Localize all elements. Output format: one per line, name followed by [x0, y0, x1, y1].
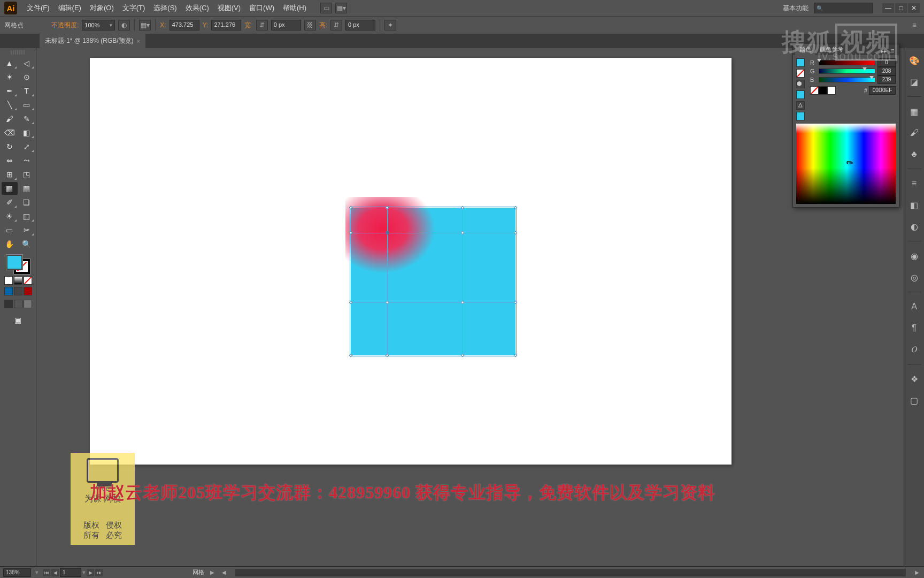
character-panel-icon[interactable]: A: [907, 300, 921, 314]
black-swatch[interactable]: [819, 86, 827, 95]
lasso-tool[interactable]: [19, 71, 35, 83]
artboard-tool[interactable]: [2, 224, 18, 237]
next-artboard-button[interactable]: ▶: [87, 569, 94, 576]
menu-text[interactable]: 文字(T): [118, 1, 150, 15]
window-minimize-button[interactable]: —: [882, 3, 894, 13]
window-maximize-button[interactable]: □: [895, 3, 907, 13]
g-slider[interactable]: [819, 69, 875, 74]
x-input[interactable]: 473.725: [170, 20, 199, 31]
b-input[interactable]: 239: [877, 75, 896, 84]
mesh-object[interactable]: [351, 208, 515, 355]
status-menu-icon[interactable]: ▶: [209, 569, 216, 576]
opacity-input[interactable]: 100%: [82, 20, 115, 31]
gradient-panel-icon[interactable]: ◧: [907, 198, 921, 212]
recolor-icon[interactable]: ◐: [118, 20, 130, 31]
direct-selection-tool[interactable]: [19, 57, 35, 70]
color-mode-solid[interactable]: [4, 276, 13, 285]
pen-tool[interactable]: [2, 85, 18, 97]
constrain-icon[interactable]: ⛓: [304, 20, 316, 31]
screen-mode-normal-icon[interactable]: [4, 300, 13, 308]
selection-tool[interactable]: [2, 57, 18, 70]
scroll-left-button[interactable]: ◀: [220, 569, 228, 576]
horizontal-scrollbar[interactable]: [235, 569, 906, 576]
tool-panel-grip[interactable]: [11, 50, 25, 55]
paintbrush-tool[interactable]: [2, 112, 18, 125]
shape-builder-tool[interactable]: [2, 168, 18, 181]
opentype-panel-icon[interactable]: 𝑂: [907, 343, 921, 356]
rotate-tool[interactable]: [2, 140, 18, 153]
arrange-docs-icon[interactable]: ▦▾: [335, 3, 347, 13]
last-color-swatch[interactable]: [796, 112, 805, 120]
column-graph-tool[interactable]: [19, 210, 35, 223]
mesh-point[interactable]: [461, 231, 464, 234]
menu-object[interactable]: 对象(O): [86, 1, 118, 15]
screen-mode-presentation-icon[interactable]: [24, 300, 32, 308]
menu-view[interactable]: 视图(V): [213, 1, 245, 15]
free-transform-tool[interactable]: [19, 154, 35, 167]
menu-help[interactable]: 帮助(H): [279, 1, 311, 15]
color-panel[interactable]: 颜色 颜色参考 ▸▸ ≡ ⬢ △ R 0 G: [792, 44, 899, 208]
width-tool[interactable]: [2, 154, 18, 167]
eyedropper-tool[interactable]: [2, 196, 18, 209]
scroll-right-button[interactable]: ▶: [913, 569, 921, 576]
screen-mode-cycle[interactable]: [10, 314, 26, 326]
transparency-panel-icon[interactable]: ◐: [907, 219, 921, 233]
help-search-input[interactable]: [814, 3, 873, 13]
mesh-tool[interactable]: [2, 182, 18, 195]
fill-swatch[interactable]: [6, 255, 22, 270]
blend-tool[interactable]: [19, 196, 35, 209]
color-spectrum[interactable]: [796, 124, 896, 204]
b-slider[interactable]: [819, 77, 875, 82]
g-input[interactable]: 208: [877, 67, 896, 75]
link-hw-icon[interactable]: ⇵: [330, 20, 342, 31]
type-tool[interactable]: [19, 85, 35, 97]
draw-inside-icon[interactable]: [24, 287, 32, 295]
graphic-styles-panel-icon[interactable]: ◎: [907, 270, 921, 284]
y-input[interactable]: 271.276: [211, 20, 241, 31]
fill-stroke-swatch[interactable]: [1, 255, 35, 326]
eraser-tool[interactable]: [19, 126, 35, 139]
window-close-button[interactable]: ✕: [908, 3, 920, 13]
menu-window[interactable]: 窗口(W): [245, 1, 279, 15]
panel-stroke-swatch[interactable]: [796, 69, 805, 78]
canvas[interactable]: Wee 为课 网校 版权所有 侵权必究 加赵云老师205班学习交流群：42895…: [36, 48, 904, 566]
gradient-tool[interactable]: [19, 182, 35, 195]
artboards-panel-icon[interactable]: ▢: [907, 393, 921, 407]
color-mode-gradient[interactable]: [14, 276, 22, 285]
mesh-point[interactable]: [386, 301, 388, 303]
workspace-switcher[interactable]: 基本功能: [783, 4, 808, 13]
anchor-reference-icon[interactable]: ▦▾: [139, 20, 151, 31]
menu-edit[interactable]: 编辑(E): [54, 1, 86, 15]
brushes-panel-icon[interactable]: 🖌: [907, 126, 921, 140]
appearance-panel-icon[interactable]: ◉: [907, 249, 921, 263]
w-input[interactable]: 0 px: [271, 20, 301, 31]
menu-effect[interactable]: 效果(C): [181, 1, 213, 15]
artboard-number-input[interactable]: 1: [60, 568, 81, 577]
blob-brush-tool[interactable]: [2, 126, 18, 139]
perspective-grid-tool[interactable]: [19, 168, 35, 181]
symbol-sprayer-tool[interactable]: [2, 210, 18, 223]
draw-normal-icon[interactable]: [4, 287, 13, 295]
link-wh-icon[interactable]: ⇵: [256, 20, 268, 31]
control-bar-menu-icon[interactable]: ≡: [909, 20, 920, 31]
zoom-level-input[interactable]: 138%: [3, 568, 31, 577]
menu-file[interactable]: 文件(F): [22, 1, 54, 15]
prev-artboard-button[interactable]: ◀: [51, 569, 59, 576]
rectangle-tool[interactable]: [19, 98, 35, 111]
web-safe-swatch[interactable]: [796, 90, 805, 99]
mesh-point[interactable]: [461, 301, 464, 303]
last-artboard-button[interactable]: ⏭: [95, 569, 103, 576]
color-panel-icon[interactable]: 🎨: [907, 54, 921, 67]
none-swatch[interactable]: [810, 86, 819, 95]
document-tab[interactable]: 未标题-1* @ 138% (RGB/预览) ×: [40, 34, 145, 48]
menu-select[interactable]: 选择(S): [149, 1, 181, 15]
h-input[interactable]: 0 px: [345, 20, 375, 31]
magic-wand-tool[interactable]: [2, 71, 18, 83]
zoom-tool[interactable]: [19, 238, 35, 250]
line-tool[interactable]: [2, 98, 18, 111]
stroke-panel-icon[interactable]: ≡: [907, 177, 921, 191]
isolate-icon[interactable]: ✦: [384, 20, 396, 31]
document-tab-close[interactable]: ×: [137, 38, 140, 44]
white-swatch[interactable]: [827, 86, 836, 95]
hand-tool[interactable]: [2, 238, 18, 250]
